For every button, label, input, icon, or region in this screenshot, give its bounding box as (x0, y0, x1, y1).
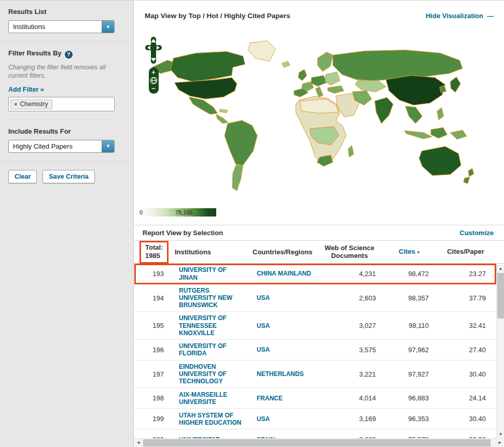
map-region-canada (171, 52, 245, 82)
country-cell: USA (249, 294, 316, 301)
rank-cell: 196 (134, 346, 172, 354)
filter-tag-chemistry[interactable]: × Chemistry (10, 99, 52, 109)
scroll-down-button[interactable]: ▼ (497, 430, 504, 438)
legend-min-value: 0 (139, 209, 143, 216)
world-map[interactable] (144, 35, 483, 203)
main-panel: Map View by Top / Hot / Highly Cited Pap… (134, 1, 504, 447)
customize-link[interactable]: Customize (459, 229, 494, 237)
map-region-china (386, 76, 445, 105)
table-row[interactable]: 195 UNIVERSITY OF TENNESSEE KNOXVILLE US… (134, 312, 496, 339)
filter-tags-box[interactable]: × Chemistry (8, 97, 115, 111)
legend-gradient: 0 78,165 (138, 208, 216, 217)
zoom-out-button[interactable]: − (149, 85, 159, 92)
map-header: Map View by Top / Hot / Highly Cited Pap… (134, 1, 504, 33)
chevron-down-icon[interactable]: ▼ (102, 140, 114, 152)
total-value: 1985 (145, 252, 163, 260)
include-results-value: Highly Cited Papers (13, 142, 73, 150)
cites-per-paper-header[interactable]: Cites/Paper (435, 248, 496, 256)
cites-cell: 97,962 (383, 346, 435, 354)
cites-per-paper-cell: 30.40 (435, 415, 496, 423)
filter-heading: Filter Results By? (8, 49, 125, 59)
chevron-down-icon[interactable]: ▼ (102, 21, 114, 33)
institution-cell: UNIVERSITY OF TENNESSEE KNOXVILLE (172, 314, 249, 336)
horizontal-scrollbar[interactable]: ◄ ► (134, 438, 504, 447)
documents-cell: 3,027 (316, 322, 383, 329)
add-filter-link[interactable]: Add Filter » (8, 86, 44, 93)
rank-cell: 193 (134, 270, 172, 278)
map-region-australia (419, 147, 461, 176)
institution-cell: RUTGERS UNIVERSITY NEW BRUNSWICK (172, 287, 249, 309)
results-list-dropdown[interactable]: Institutions ▼ (8, 20, 115, 33)
institutions-header[interactable]: Institutions (172, 248, 249, 256)
table-row[interactable]: 196 UNIVERSITY OF FLORIDA USA 3,575 97,9… (134, 340, 496, 361)
institution-link[interactable]: RUTGERS UNIVERSITY NEW BRUNSWICK (175, 287, 246, 309)
institution-cell: AIX-MARSEILLE UNIVERSITE (172, 391, 249, 406)
cites-cell: 98,357 (383, 294, 435, 302)
documents-cell: 3,169 (316, 415, 383, 423)
sidebar-buttons: Clear Save Criteria (0, 162, 133, 192)
scroll-right-button[interactable]: ► (496, 439, 504, 447)
country-cell: USA (249, 346, 316, 353)
filter-note: Changing the filter field removes all cu… (8, 63, 125, 80)
country-cell: FRANCE (249, 395, 316, 402)
clear-button[interactable]: Clear (8, 170, 37, 183)
institution-link[interactable]: EINDHOVEN UNIVERSITY OF TECHNOLOGY (175, 363, 246, 385)
cites-cell: 97,927 (383, 370, 435, 378)
sidebar: Results List Institutions ▼ Filter Resul… (0, 1, 134, 447)
vertical-scrollbar[interactable]: ▲ ▼ (496, 265, 504, 438)
total-label: Total: (145, 243, 163, 252)
pan-control[interactable] (145, 37, 162, 64)
institution-link[interactable]: UNIVERSITY OF FLORIDA (175, 342, 246, 357)
remove-tag-icon[interactable]: × (14, 101, 17, 107)
country-cell: USA (249, 415, 316, 423)
institution-cell: EINDHOVEN UNIVERSITY OF TECHNOLOGY (172, 363, 249, 385)
cites-header[interactable]: Cites ▾ (383, 248, 435, 256)
scroll-up-button[interactable]: ▲ (497, 265, 504, 272)
filter-section: Filter Results By? Changing the filter f… (0, 42, 133, 120)
cites-per-paper-cell: 30.40 (435, 370, 496, 378)
map-region-japan (450, 77, 460, 93)
documents-cell: 2,603 (316, 294, 383, 302)
horizontal-scrollbar-thumb[interactable] (143, 439, 491, 446)
rank-cell: 198 (134, 394, 172, 402)
map-region-india (375, 97, 393, 123)
table-row[interactable]: 199 UTAH SYSTEM OF HIGHER EDUCATION USA … (134, 409, 496, 429)
cites-per-paper-cell: 24.14 (435, 394, 496, 402)
institution-link[interactable]: AIX-MARSEILLE UNIVERSITE (175, 391, 246, 406)
table-row[interactable]: 198 AIX-MARSEILLE UNIVERSITE FRANCE 4,01… (134, 388, 496, 409)
rank-cell: 194 (134, 294, 172, 302)
cites-cell: 98,472 (383, 270, 435, 278)
zoom-control: + − (149, 67, 159, 94)
zoom-in-button[interactable]: + (149, 69, 159, 76)
scroll-left-button[interactable]: ◄ (134, 439, 143, 447)
table-row[interactable]: 197 EINDHOVEN UNIVERSITY OF TECHNOLOGY N… (134, 361, 496, 388)
table-row[interactable]: 193 UNIVERSITY OF JINAN CHINA MAINLAND 4… (134, 264, 496, 284)
table-row[interactable]: 200 UNIVERSITAT SPAIN 3,662 95,578 32.98 (134, 429, 496, 439)
institution-link[interactable]: UTAH SYSTEM OF HIGHER EDUCATION (175, 412, 246, 426)
cites-header-label: Cites (399, 248, 415, 255)
documents-cell: 3,575 (316, 346, 383, 354)
include-results-dropdown[interactable]: Highly Cited Papers ▼ (8, 140, 115, 153)
countries-header[interactable]: Countries/Regions (249, 248, 316, 256)
documents-cell: 4,014 (316, 394, 383, 402)
rank-cell: 199 (134, 415, 172, 423)
include-results-heading: Include Results For (8, 127, 125, 135)
globe-icon[interactable] (150, 77, 158, 84)
report-view-title: Report View by Selection (143, 229, 223, 237)
cites-per-paper-cell: 27.40 (435, 346, 496, 354)
map-region-south-america (225, 120, 257, 165)
cites-cell: 96,353 (383, 415, 435, 423)
table-header-row: Total: 1985 Institutions Countries/Regio… (134, 241, 504, 264)
map-view-title: Map View by Top / Hot / Highly Cited Pap… (145, 12, 290, 20)
table-row[interactable]: 194 RUTGERS UNIVERSITY NEW BRUNSWICK USA… (134, 284, 496, 312)
save-criteria-button[interactable]: Save Criteria (43, 170, 94, 183)
map-visualization[interactable]: + − 0 78,165 (134, 33, 504, 225)
hide-visualization-link[interactable]: Hide Visualization — (426, 12, 494, 20)
help-icon[interactable]: ? (65, 51, 73, 59)
documents-header[interactable]: Web of Science Documents (316, 244, 383, 260)
institution-link[interactable]: UNIVERSITY OF TENNESSEE KNOXVILLE (175, 314, 246, 336)
institution-link[interactable]: UNIVERSITY OF JINAN (175, 266, 246, 281)
total-header-cell: Total: 1985 (134, 241, 172, 264)
hide-visualization-label: Hide Visualization (426, 12, 483, 20)
vertical-scrollbar-thumb[interactable] (497, 273, 504, 319)
